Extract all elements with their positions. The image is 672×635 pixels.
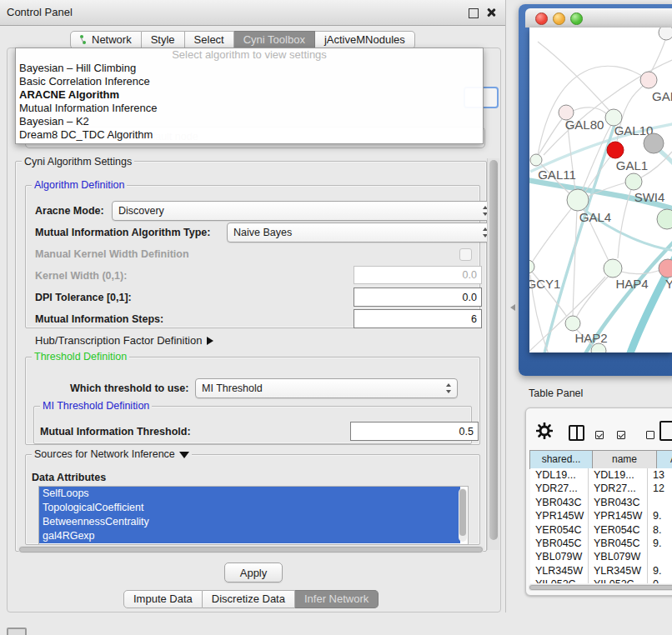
network-node[interactable] — [659, 28, 672, 40]
mi-threshold-field[interactable]: 0.5 — [350, 422, 479, 441]
control-panel-tabbar: Network Style Select Cyni Toolbox jActiv… — [70, 31, 415, 49]
manual-kernel-width-checkbox[interactable] — [459, 248, 472, 261]
tab-label: Select — [194, 32, 224, 48]
table-column-header[interactable]: shared... — [529, 450, 593, 469]
mi-algorithm-type-select[interactable]: Naive Bayes — [227, 222, 494, 242]
table-column-header[interactable]: A — [656, 450, 672, 469]
minimized-panel-icon[interactable] — [7, 628, 27, 635]
network-node-gal[interactable] — [640, 72, 657, 88]
table-row[interactable]: YIL052CYIL052C0. — [530, 578, 672, 583]
node-label: GAL11 — [538, 168, 576, 182]
table-cell: 0. — [648, 578, 672, 583]
tab-style[interactable]: Style — [142, 31, 185, 49]
hub-definition-toggle[interactable]: Hub/Transcription Factor Definition — [35, 334, 213, 347]
columns-icon[interactable] — [569, 425, 584, 441]
mac-minimize-icon[interactable] — [553, 12, 565, 25]
deselect-all-checkbox-icon[interactable] — [646, 431, 654, 439]
network-graph: GALGAL80GAL10GAL1GAL11SWI4GAL4GCY1HAP4YH… — [529, 28, 672, 352]
tab-label: Infer Network — [304, 591, 369, 608]
table-cell: YDR27... — [530, 482, 589, 495]
select-all-checkbox-icon[interactable] — [595, 431, 604, 439]
which-threshold-value: MI Threshold — [202, 382, 263, 394]
table-row[interactable]: YDL19...YDL19...13 — [530, 468, 672, 482]
table-hscrollbar[interactable] — [529, 584, 672, 591]
table-cell: 8. — [648, 523, 672, 537]
network-node-hap4[interactable] — [604, 259, 622, 278]
sources-group-title[interactable]: Sources for Network Inference — [32, 448, 192, 460]
splitter-collapse-icon[interactable] — [510, 304, 515, 311]
network-node-gal4[interactable] — [567, 189, 589, 211]
network-node-hap2[interactable] — [565, 316, 580, 331]
settings-vscrollbar-thumb[interactable] — [489, 160, 498, 540]
tab-select[interactable]: Select — [185, 31, 234, 49]
network-node-swi4[interactable] — [625, 173, 642, 190]
close-icon[interactable] — [486, 8, 496, 18]
algorithm-option[interactable]: Bayesian – Hill Climbing — [16, 62, 483, 75]
mac-zoom-icon[interactable] — [570, 12, 583, 25]
apply-button[interactable]: Apply — [224, 562, 283, 582]
algorithm-dropdown: Select algorithm to view settings Bayesi… — [15, 48, 484, 144]
gear-icon[interactable] — [536, 422, 553, 439]
network-node-y[interactable] — [659, 259, 672, 278]
network-canvas[interactable]: GALGAL80GAL10GAL1GAL11SWI4GAL4GCY1HAP4YH… — [529, 28, 672, 352]
aracne-mode-value: Discovery — [118, 205, 164, 217]
algorithm-option[interactable]: Basic Correlation Inference — [16, 75, 483, 88]
combo-arrows-icon — [446, 383, 452, 393]
network-node[interactable] — [657, 209, 672, 229]
attribute-list-item[interactable]: BetweennessCentrality — [39, 515, 460, 529]
aracne-mode-select[interactable]: Discovery — [112, 201, 494, 221]
dpi-tolerance-value: 0.0 — [463, 292, 477, 303]
table-row[interactable]: YER054CYER054C8. — [530, 523, 672, 537]
tab-network[interactable]: Network — [70, 31, 142, 49]
manual-kernel-width-label: Manual Kernel Width Definition — [35, 248, 189, 260]
table-row[interactable]: YPR145WYPR145W9. — [530, 509, 672, 522]
data-attributes-list[interactable]: SelfLoopsTopologicalCoefficientBetweenne… — [38, 486, 469, 545]
dpi-tolerance-field[interactable]: 0.0 — [354, 288, 482, 307]
algorithm-option[interactable]: Bayesian – K2 — [16, 115, 483, 128]
algorithm-option[interactable]: Dream8 DC_TDC Algorithm — [16, 128, 483, 142]
mi-steps-label: Mutual Information Steps: — [35, 313, 163, 325]
select-all-checkbox-icon-2[interactable] — [617, 431, 625, 439]
tab-jactivemnodules[interactable]: jActiveMNodules — [315, 31, 415, 49]
tab-impute-data[interactable]: Impute Data — [123, 590, 203, 608]
kernel-width-field[interactable]: 0.0 — [354, 266, 482, 284]
algorithm-option[interactable]: Mutual Information Inference — [16, 102, 483, 115]
table-row[interactable]: YBR045CYBR045C9. — [530, 537, 672, 550]
mi-steps-value: 6 — [471, 313, 477, 325]
network-node-gal1[interactable] — [607, 142, 624, 158]
table-hscrollbar-thumb[interactable] — [529, 585, 672, 590]
table-cell: 9. — [648, 537, 672, 550]
attribute-list-item[interactable]: SelfLoops — [39, 487, 460, 501]
table-cell: 9. — [648, 509, 672, 522]
mac-close-icon[interactable] — [535, 12, 548, 25]
control-panel-titlebar[interactable]: Control Panel — [0, 0, 505, 26]
settings-vscrollbar[interactable] — [487, 158, 499, 550]
settings-hscrollbar-thumb[interactable] — [19, 547, 483, 552]
list-scrollbar[interactable] — [459, 488, 467, 542]
table-column-header[interactable]: name — [592, 450, 657, 469]
table-cell: YLR345W — [589, 564, 648, 578]
table-row[interactable]: YLR345WYLR345W9. — [530, 564, 672, 578]
mi-steps-field[interactable]: 6 — [354, 309, 482, 328]
tab-cyni-toolbox[interactable]: Cyni Toolbox — [234, 31, 315, 49]
table-cell: YBR043C — [530, 496, 589, 509]
which-threshold-select[interactable]: MI Threshold — [195, 378, 458, 398]
table-cell: YPR145W — [589, 509, 648, 522]
which-threshold-label: Which threshold to use: — [70, 382, 188, 394]
network-node[interactable] — [644, 133, 664, 153]
attribute-list-item[interactable]: gal4RGexp — [39, 529, 460, 543]
settings-hscrollbar[interactable] — [18, 546, 484, 553]
tab-infer-network[interactable]: Infer Network — [295, 590, 379, 608]
new-table-icon[interactable] — [659, 421, 672, 441]
algorithm-option[interactable]: ARACNE Algorithm — [16, 88, 483, 102]
node-label: HAP2 — [574, 331, 607, 345]
network-node-gal11[interactable] — [530, 154, 542, 166]
table-row[interactable]: YBR043CYBR043C — [530, 496, 672, 509]
tab-discretize-data[interactable]: Discretize Data — [203, 590, 295, 608]
table-row[interactable]: YDR27...YDR27...12 — [530, 482, 672, 495]
attribute-list-item[interactable]: TopologicalCoefficient — [39, 501, 460, 515]
table-body[interactable]: YDL19...YDL19...13YDR27...YDR27...12YBR0… — [530, 468, 672, 583]
table-row[interactable]: YBL079WYBL079W — [530, 550, 672, 563]
network-node-gcy1[interactable] — [529, 260, 534, 273]
float-window-icon[interactable] — [469, 8, 479, 18]
